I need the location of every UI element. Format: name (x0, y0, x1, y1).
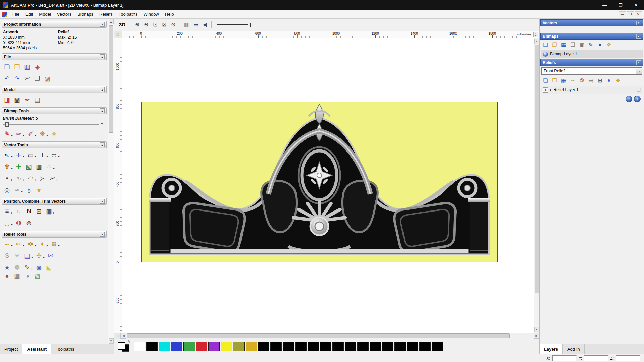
zoom-in-icon[interactable]: ⊕ (133, 21, 141, 29)
artwork-image[interactable] (141, 102, 498, 262)
move-layer-up-button[interactable]: ↑ (626, 96, 632, 102)
preview-relief-icon[interactable]: ● (605, 76, 613, 84)
flyout-arrow-icon[interactable]: ▸ (35, 155, 36, 158)
flyout-arrow-icon[interactable]: ▸ (32, 267, 33, 270)
undo-icon[interactable]: ↶ (2, 73, 12, 83)
clipped-tool-1-icon[interactable]: ● (2, 274, 12, 279)
collapse-section-icon[interactable]: ▴ (100, 54, 105, 59)
create-dot-icon[interactable]: • (2, 173, 12, 183)
zoom-out-icon[interactable]: ⊖ (142, 21, 150, 29)
canvas-viewport[interactable] (122, 38, 534, 333)
palette-swatch[interactable] (332, 342, 344, 351)
colour-picker-icon[interactable]: ✐ (25, 129, 36, 139)
add-bitmap-colour-icon[interactable]: ❖ (605, 41, 613, 49)
redo-icon[interactable]: ↷ (12, 73, 22, 83)
relief-greyscale-icon[interactable]: ▤ (587, 76, 595, 84)
collapse-section-icon[interactable]: ▴ (100, 22, 105, 27)
texture-relief-icon[interactable]: ❉ (49, 239, 59, 249)
transfer-relief-icon[interactable]: ∽ (569, 76, 577, 84)
create-text-icon[interactable]: T (37, 150, 47, 160)
child-close-button[interactable]: ✕ (635, 11, 642, 17)
palette-swatch[interactable] (419, 342, 431, 351)
menu-item-help[interactable]: Help (162, 11, 177, 18)
save-model-icon[interactable]: ▦ (22, 62, 32, 72)
flyout-arrow-icon[interactable]: ▸ (53, 211, 55, 214)
join-vectors-icon[interactable]: ◡ (2, 218, 12, 228)
flood-fill-icon[interactable]: ◈ (49, 129, 59, 139)
copy-icon[interactable]: ❐ (32, 73, 42, 83)
transform-vectors-icon[interactable]: ✛ (14, 150, 24, 160)
flyout-arrow-icon[interactable]: ▸ (11, 178, 13, 181)
scrollbar-track[interactable] (126, 333, 534, 338)
new-model-icon[interactable]: ❏ (2, 62, 12, 72)
swirl-texture-icon[interactable]: ❁ (12, 262, 22, 273)
calculate-relief-icon[interactable]: ⊞ (596, 76, 604, 84)
ruler-unit-spinner[interactable]: ▴▾ (533, 32, 538, 37)
palette-swatch[interactable] (183, 342, 195, 351)
palette-swatch[interactable] (258, 342, 269, 351)
flyout-arrow-icon[interactable]: ▸ (11, 167, 13, 170)
palette-swatch[interactable] (357, 342, 369, 351)
palette-swatch[interactable] (370, 342, 381, 351)
smooth-relief-icon[interactable]: ∽ (2, 239, 12, 249)
clipped-tool-3-icon[interactable]: ◑ (22, 274, 32, 279)
line-width-preview[interactable] (217, 24, 248, 25)
dynamic-sculpt-icon[interactable]: ✜ (25, 239, 36, 249)
set-model-size-icon[interactable]: ◨ (2, 95, 12, 105)
bitmaps-header[interactable]: Bitmaps ▴ (540, 33, 643, 40)
weld-vectors-icon[interactable]: ❂ (14, 218, 24, 228)
merge-vectors-icon[interactable]: ▣ (44, 206, 54, 216)
palette-swatch[interactable] (134, 342, 145, 351)
paint-selective-icon[interactable]: ✏ (14, 129, 24, 139)
slider-handle[interactable] (5, 122, 9, 127)
collapse-section-icon[interactable]: ▴ (100, 199, 105, 204)
flyout-arrow-icon[interactable]: ▸ (11, 155, 13, 158)
paint-brush-icon[interactable]: ✎ (2, 129, 12, 139)
bitmap-colour-icon[interactable]: ● (596, 41, 604, 49)
clipped-tool-2-icon[interactable]: ▦ (12, 274, 22, 279)
zoom-window-icon[interactable]: ⊡ (151, 21, 159, 29)
text-on-curve-icon[interactable]: ▧ (24, 162, 34, 172)
palette-swatch[interactable] (246, 342, 257, 351)
paint-relief-icon[interactable]: ✎ (22, 262, 32, 273)
move-layer-down-button[interactable]: ↓ (634, 96, 641, 102)
scroll-down-icon[interactable]: ▼ (109, 338, 114, 344)
flyout-arrow-icon[interactable]: ▸ (58, 244, 60, 247)
palette-swatch[interactable] (394, 342, 406, 351)
relief-clipart-icon[interactable]: ▤ (22, 251, 32, 261)
palette-swatch[interactable] (432, 342, 443, 351)
flyout-arrow-icon[interactable]: ▸ (11, 211, 13, 214)
palette-swatch[interactable] (345, 342, 356, 351)
flyout-arrow-icon[interactable]: ▸ (47, 244, 48, 247)
weave-wizard-icon[interactable]: ✳ (12, 251, 22, 261)
ruler-corner-icon[interactable]: ❏ (114, 31, 122, 38)
headboard-artwork[interactable] (141, 102, 498, 262)
collapse-bitmaps-icon[interactable]: ▴ (636, 34, 641, 39)
primary-secondary-colour-widget[interactable]: ✎ (118, 341, 130, 352)
sculpt-relief-icon[interactable]: ✑ (14, 239, 24, 249)
tab-toolpaths[interactable]: Toolpaths (51, 344, 79, 354)
tab-add-in[interactable]: Add In (563, 344, 585, 354)
create-star-icon[interactable]: ★ (34, 185, 44, 195)
new-bitmap-layer-icon[interactable]: ❏ (541, 41, 550, 49)
collapse-section-icon[interactable]: ▴ (100, 142, 105, 147)
nesting-icon[interactable]: N (24, 206, 34, 216)
create-spline-icon[interactable]: ◠ (25, 173, 36, 183)
duplicate-bitmap-layer-icon[interactable]: ❐ (569, 41, 577, 49)
trim-vectors-icon[interactable]: ✂ (47, 173, 57, 183)
assistant-scrollbar[interactable]: ▲ ▼ (108, 19, 114, 344)
horizontal-ruler[interactable]: millimetres ▴▾ 0200400600800100012001400… (122, 31, 539, 38)
canvas-horizontal-scrollbar[interactable]: ❏ ◀ ▶ (114, 333, 539, 339)
clipped-tool-4-icon[interactable]: ▧ (32, 274, 42, 279)
flyout-arrow-icon[interactable]: ▸ (35, 134, 36, 137)
menu-item-toolpaths[interactable]: Toolpaths (116, 11, 141, 18)
rename-bitmap-layer-icon[interactable]: ✎ (587, 41, 595, 49)
palette-swatch[interactable] (270, 342, 282, 351)
sculpt-model-icon[interactable]: ✒ (22, 95, 32, 105)
flyout-arrow-icon[interactable]: ▸ (11, 223, 13, 226)
menu-item-file[interactable]: File (9, 11, 22, 18)
block-copy-icon[interactable]: ✚ (14, 162, 24, 172)
flyout-arrow-icon[interactable]: ▸ (23, 155, 24, 158)
flyout-arrow-icon[interactable]: ▸ (47, 134, 48, 137)
vertical-ruler[interactable]: 10008006004002000-200 (114, 38, 122, 333)
